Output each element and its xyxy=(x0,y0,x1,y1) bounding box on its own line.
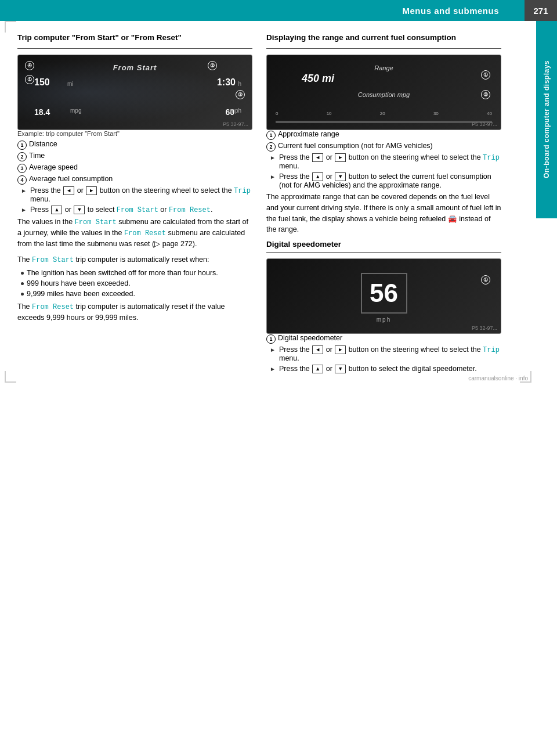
r-left-btn: ◄ xyxy=(312,153,323,162)
rd-watermark: P5 32-97... xyxy=(472,121,497,127)
circle-1: 1 xyxy=(17,141,27,150)
callout-r2: ② xyxy=(481,90,490,99)
right-btn-icon: ► xyxy=(86,186,97,195)
corner-decoration-bl xyxy=(5,371,16,383)
list-item-4: 4 Average fuel consumption xyxy=(17,175,252,185)
fs-150mi: 150 xyxy=(34,77,50,88)
from-start-mono-3: From Start xyxy=(32,256,74,264)
corner-decoration-tl xyxy=(5,21,16,33)
left-divider xyxy=(17,48,252,49)
gauge-bar xyxy=(276,121,492,123)
right-list-item-2: 2 Current fuel consumption (not for AMG … xyxy=(266,142,501,152)
left-column: Trip computer "From Start" or "From Rese… xyxy=(17,33,252,376)
callout-s1: ① xyxy=(481,275,490,285)
s-right-btn: ► xyxy=(335,345,346,354)
speedo-bullet-2: ► Press the ▲ or ▼ button to select the … xyxy=(266,365,501,373)
fs-18.4mpg: 18.4 xyxy=(34,107,50,117)
from-reset-mono-3: From Reset xyxy=(32,303,74,311)
trip-mono-1: Trip xyxy=(234,187,251,195)
speedo-bullet-1: ► Press the ◄ or ► button on the steerin… xyxy=(266,345,501,362)
from-start-image: ② From Start 150 mi 1:30 h 18.4 mpg 60 m… xyxy=(17,55,252,130)
r-circle-2: 2 xyxy=(266,142,276,152)
list-item-2: 2 Time xyxy=(17,152,252,161)
dot-icon-2 xyxy=(21,282,24,285)
left-bullet-1: ► Press the ◄ or ► button on the steerin… xyxy=(17,186,252,203)
speedo-watermark: P5 32-97... xyxy=(472,325,497,331)
r-arrow-icon-2: ► xyxy=(270,174,276,180)
right-divider-1 xyxy=(266,48,501,49)
body-para-2: The From Start trip computer is automati… xyxy=(17,254,252,265)
body-para-1: The values in the From Start submenu are… xyxy=(17,217,252,250)
callout-1-img: ① xyxy=(25,75,34,84)
speedo-value: 56 xyxy=(370,279,398,308)
right-bullet-2: ► Press the ▲ or ▼ button to select the … xyxy=(266,172,501,189)
r-right-btn: ► xyxy=(335,153,346,162)
cons-label: Consumption mpg xyxy=(358,91,410,98)
circle-2: 2 xyxy=(17,152,27,161)
watermark: carmanualsonline · info xyxy=(468,375,528,381)
from-start-mono-2: From Start xyxy=(75,218,117,226)
s-arrow-icon-2: ► xyxy=(270,366,276,372)
r-up-btn: ▲ xyxy=(312,172,323,181)
callout-1: ② xyxy=(208,61,217,70)
s-trip-mono: Trip xyxy=(483,346,500,354)
r-circle-1: 1 xyxy=(266,131,276,140)
right-section-title-1: Displaying the range and current fuel co… xyxy=(266,33,501,44)
callout-4-img: ④ xyxy=(25,61,34,70)
from-reset-mono: From Reset xyxy=(169,206,211,214)
right-divider-2 xyxy=(266,252,501,253)
dot-bullet-1: The ignition has been switched off for m… xyxy=(17,269,252,277)
callout-r1: ① xyxy=(481,70,490,80)
fs-watermark: P5 32-97... xyxy=(223,121,248,127)
list-item-1: 1 Distance xyxy=(17,140,252,150)
r-arrow-icon-1: ► xyxy=(270,154,276,161)
right-body-1: The approximate range that can be covere… xyxy=(266,192,501,235)
from-reset-mono-2: From Reset xyxy=(124,229,166,237)
side-tab-label: On-board computer and displays xyxy=(542,60,551,178)
page-title: Menus and submenus xyxy=(402,6,499,16)
right-bullet-1: ► Press the ◄ or ► button on the steerin… xyxy=(266,153,501,170)
r-trip-mono-1: Trip xyxy=(483,154,500,162)
right-column: Displaying the range and current fuel co… xyxy=(266,33,501,376)
s-down-btn: ▼ xyxy=(335,365,346,373)
list-item-3: 3 Average speed xyxy=(17,163,252,173)
arrow-icon-1: ► xyxy=(21,188,27,194)
range-value: 450 mi xyxy=(302,73,334,85)
dot-bullet-2: 999 hours have been exceeded. xyxy=(17,279,252,287)
dot-icon-3 xyxy=(21,293,24,296)
s-arrow-icon-1: ► xyxy=(270,347,276,353)
fs-mph-label: mph xyxy=(230,107,241,114)
body-para-3: The From Reset trip computer is automati… xyxy=(17,301,252,323)
range-label: Range xyxy=(374,64,393,71)
side-tab: On-board computer and displays xyxy=(536,21,557,218)
down-btn-icon-1: ▼ xyxy=(74,206,85,214)
page-number: 271 xyxy=(525,0,557,21)
dot-icon-1 xyxy=(21,272,24,275)
right-section-title-2: Digital speedometer xyxy=(266,240,501,249)
main-content: Trip computer "From Start" or "From Rese… xyxy=(0,21,536,387)
left-bullet-2: ► Press ▲ or ▼ to select From Start or F… xyxy=(17,206,252,214)
up-btn-icon-1: ▲ xyxy=(51,206,62,214)
fs-mi-label: mi xyxy=(67,81,74,87)
fs-mpg-label: mpg xyxy=(70,107,81,114)
speedo-image: 56 mph ① P5 32-97... xyxy=(266,258,501,334)
s-circle-1: 1 xyxy=(266,334,276,344)
dot-bullet-3: 9,999 miles have been exceeded. xyxy=(17,290,252,298)
left-caption: Example: trip computer "From Start" xyxy=(17,130,252,137)
right-list-item-1: 1 Approximate range xyxy=(266,130,501,140)
left-section-title: Trip computer "From Start" or "From Rese… xyxy=(17,33,252,44)
range-image: Range 450 mi ① Consumption mpg ② 0 10 20… xyxy=(266,55,501,130)
from-start-mono: From Start xyxy=(117,206,158,214)
fs-h-label: h xyxy=(238,81,241,87)
gauge-ticks: 0 10 20 30 40 xyxy=(276,111,492,116)
callout-3-img: ③ xyxy=(236,90,245,99)
speedo-mph: mph xyxy=(377,316,391,323)
speedo-box: 56 xyxy=(361,273,407,314)
gauge: 0 10 20 30 40 xyxy=(276,111,492,118)
circle-4: 4 xyxy=(17,175,27,185)
r-down-btn: ▼ xyxy=(335,172,346,181)
top-bar: Menus and submenus xyxy=(0,0,557,21)
fs-1h30: 1:30 xyxy=(217,77,236,88)
circle-3: 3 xyxy=(17,164,27,173)
s-up-btn: ▲ xyxy=(312,365,323,373)
